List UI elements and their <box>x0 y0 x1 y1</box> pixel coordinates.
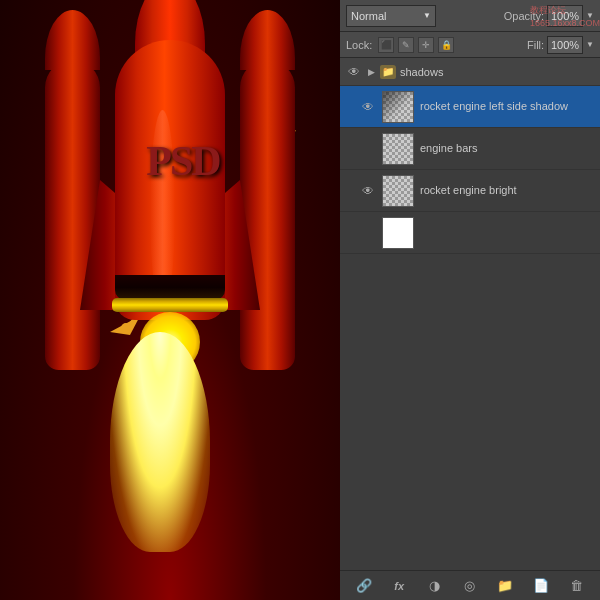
fx-icon[interactable]: fx <box>389 576 409 596</box>
group-name: shadows <box>400 66 594 78</box>
opacity-input[interactable]: 100% <box>547 5 583 27</box>
lock-all-icon[interactable]: 🔒 <box>438 37 454 53</box>
opacity-arrow-icon: ▼ <box>586 11 594 20</box>
adjustment-icon[interactable]: ◎ <box>460 576 480 596</box>
mask-icon[interactable]: ◑ <box>425 576 445 596</box>
blend-mode-dropdown[interactable]: Normal ▼ <box>346 5 436 27</box>
layers-panel: 教程论坛 1665.16xx8.COM Normal ▼ Opacity: 10… <box>340 0 600 600</box>
fill-input[interactable]: 100% <box>547 36 583 54</box>
lock-fill-toolbar: Lock: ⬛ ✎ ✛ 🔒 Fill: 100% ▼ <box>340 32 600 58</box>
layer-1-thumb-bg <box>383 92 413 122</box>
delete-layer-icon[interactable]: 🗑 <box>566 576 586 596</box>
layers-list: 👁 ▶ 📁 shadows 👁 rocket engine left side … <box>340 58 600 254</box>
canvas-area: PSD <box>0 0 340 600</box>
new-group-icon[interactable]: 📁 <box>495 576 515 596</box>
fill-label: Fill: <box>527 39 544 51</box>
lock-move-icon[interactable]: ✛ <box>418 37 434 53</box>
layer-item[interactable] <box>340 212 600 254</box>
layer-1-thumbnail <box>382 91 414 123</box>
rocket-band <box>115 275 225 300</box>
opacity-group: Opacity: 100% ▼ <box>504 5 594 27</box>
layer-1-visibility-icon[interactable]: 👁 <box>360 99 376 115</box>
new-layer-icon[interactable]: 📄 <box>531 576 551 596</box>
lock-label: Lock: <box>346 39 372 51</box>
engine-flame <box>110 332 210 552</box>
blend-mode-value: Normal <box>351 10 386 22</box>
engine-glow <box>130 312 210 562</box>
layer-item[interactable]: 👁 rocket engine bright <box>340 170 600 212</box>
layer-1-name: rocket engine left side shadow <box>420 99 594 113</box>
layer-1-thumb-shadow <box>383 92 413 122</box>
blend-mode-arrow-icon: ▼ <box>423 11 431 20</box>
layer-4-thumbnail <box>382 217 414 249</box>
booster-left <box>45 60 100 370</box>
lock-pixels-icon[interactable]: ⬛ <box>378 37 394 53</box>
bottom-toolbar: 🔗 fx ◑ ◎ 📁 📄 🗑 <box>340 570 600 600</box>
layer-3-visibility-icon[interactable]: 👁 <box>360 183 376 199</box>
layer-group-shadows[interactable]: 👁 ▶ 📁 shadows <box>340 58 600 86</box>
lock-icons-group: ⬛ ✎ ✛ 🔒 <box>378 37 454 53</box>
layer-2-thumb-bg <box>383 134 413 164</box>
layer-2-name: engine bars <box>420 141 594 155</box>
fill-group: Fill: 100% ▼ <box>527 36 594 54</box>
group-expand-icon[interactable]: ▶ <box>366 67 376 77</box>
layer-item[interactable]: 👁 rocket engine left side shadow <box>340 86 600 128</box>
layer-3-name: rocket engine bright <box>420 183 594 197</box>
lock-position-icon[interactable]: ✎ <box>398 37 414 53</box>
link-icon[interactable]: 🔗 <box>354 576 374 596</box>
rocket-ring <box>112 298 228 312</box>
group-folder-icon: 📁 <box>380 65 396 79</box>
rocket: PSD <box>100 0 240 360</box>
rocket-psd-text: PSD <box>143 140 223 182</box>
blend-opacity-toolbar: Normal ▼ Opacity: 100% ▼ <box>340 0 600 32</box>
layer-item[interactable]: engine bars <box>340 128 600 170</box>
layer-3-thumb-bg <box>383 176 413 206</box>
layer-3-thumbnail <box>382 175 414 207</box>
layer-2-thumbnail <box>382 133 414 165</box>
layer-4-thumb-bg <box>383 218 413 248</box>
fill-arrow-icon: ▼ <box>586 40 594 49</box>
group-visibility-icon[interactable]: 👁 <box>346 64 362 80</box>
booster-right <box>240 60 295 370</box>
opacity-label: Opacity: <box>504 10 544 22</box>
